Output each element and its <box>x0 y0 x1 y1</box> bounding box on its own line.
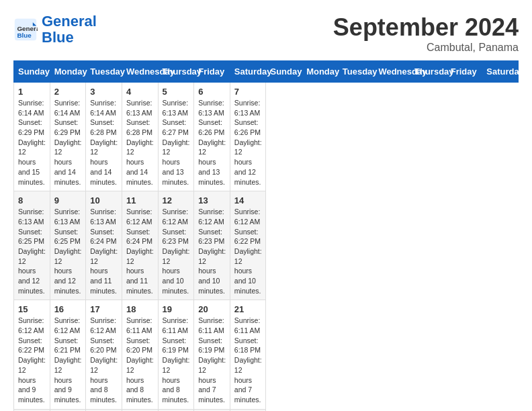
logo-text: General Blue <box>42 13 97 46</box>
day-number: 1 <box>18 87 46 97</box>
day-number: 4 <box>126 87 154 97</box>
calendar-cell: 6Sunrise: 6:13 AMSunset: 6:26 PMDaylight… <box>194 83 230 191</box>
header-thursday: Thursday <box>158 61 194 83</box>
header-sunday: Sunday <box>266 61 302 83</box>
header-wednesday: Wednesday <box>374 61 410 83</box>
calendar-table: SundayMondayTuesdayWednesdayThursdayFrid… <box>13 60 519 411</box>
day-number: 10 <box>90 195 118 205</box>
calendar-header-row: SundayMondayTuesdayWednesdayThursdayFrid… <box>14 61 519 83</box>
day-info: Sunrise: 6:11 AMSunset: 6:19 PMDaylight:… <box>163 316 190 404</box>
header-saturday: Saturday <box>230 61 266 83</box>
header-sunday: Sunday <box>14 61 50 83</box>
calendar-cell: 13Sunrise: 6:12 AMSunset: 6:23 PMDayligh… <box>194 191 230 300</box>
svg-text:Blue: Blue <box>17 32 32 39</box>
logo-icon: General Blue <box>13 17 38 42</box>
calendar-cell: 17Sunrise: 6:12 AMSunset: 6:20 PMDayligh… <box>86 300 122 409</box>
header-tuesday: Tuesday <box>86 61 122 83</box>
day-info: Sunrise: 6:13 AMSunset: 6:26 PMDaylight:… <box>234 98 262 187</box>
calendar-cell: 11Sunrise: 6:12 AMSunset: 6:24 PMDayligh… <box>122 191 158 300</box>
calendar-cell: 10Sunrise: 6:13 AMSunset: 6:24 PMDayligh… <box>86 191 122 300</box>
calendar-cell: 20Sunrise: 6:11 AMSunset: 6:19 PMDayligh… <box>194 300 230 409</box>
calendar-cell: 9Sunrise: 6:13 AMSunset: 6:25 PMDaylight… <box>50 191 86 300</box>
month-title: September 2024 <box>333 13 519 42</box>
calendar-cell: 16Sunrise: 6:12 AMSunset: 6:21 PMDayligh… <box>50 300 86 409</box>
day-number: 5 <box>163 87 190 97</box>
location-subtitle: Cambutal, Panama <box>333 42 519 54</box>
calendar-cell: 7Sunrise: 6:13 AMSunset: 6:26 PMDaylight… <box>230 83 266 191</box>
day-number: 18 <box>126 304 154 314</box>
day-info: Sunrise: 6:12 AMSunset: 6:22 PMDaylight:… <box>234 207 262 295</box>
calendar-cell: 18Sunrise: 6:11 AMSunset: 6:20 PMDayligh… <box>122 300 158 409</box>
calendar-cell: 19Sunrise: 6:11 AMSunset: 6:19 PMDayligh… <box>158 300 194 409</box>
calendar-cell: 4Sunrise: 6:13 AMSunset: 6:28 PMDaylight… <box>122 83 158 191</box>
day-number: 12 <box>163 195 190 205</box>
header-wednesday: Wednesday <box>122 61 158 83</box>
day-info: Sunrise: 6:13 AMSunset: 6:28 PMDaylight:… <box>126 98 154 187</box>
day-number: 2 <box>54 87 82 97</box>
day-info: Sunrise: 6:12 AMSunset: 6:23 PMDaylight:… <box>163 207 190 295</box>
day-number: 19 <box>163 304 190 314</box>
header-thursday: Thursday <box>410 61 447 83</box>
day-info: Sunrise: 6:12 AMSunset: 6:22 PMDaylight:… <box>18 316 46 404</box>
calendar-cell: 1Sunrise: 6:14 AMSunset: 6:29 PMDaylight… <box>14 83 50 191</box>
header-monday: Monday <box>50 61 86 83</box>
calendar-cell: 8Sunrise: 6:13 AMSunset: 6:25 PMDaylight… <box>14 191 50 300</box>
logo-general: General <box>42 13 97 30</box>
day-info: Sunrise: 6:12 AMSunset: 6:23 PMDaylight:… <box>198 207 226 295</box>
header-saturday: Saturday <box>482 61 519 83</box>
day-info: Sunrise: 6:12 AMSunset: 6:21 PMDaylight:… <box>54 316 82 404</box>
header-friday: Friday <box>446 61 482 83</box>
day-number: 15 <box>18 304 46 314</box>
calendar-cell: 3Sunrise: 6:14 AMSunset: 6:28 PMDaylight… <box>86 83 122 191</box>
calendar-cell: 5Sunrise: 6:13 AMSunset: 6:27 PMDaylight… <box>158 83 194 191</box>
day-info: Sunrise: 6:13 AMSunset: 6:24 PMDaylight:… <box>90 207 118 295</box>
day-info: Sunrise: 6:11 AMSunset: 6:18 PMDaylight:… <box>234 316 262 404</box>
title-section: September 2024 Cambutal, Panama <box>333 13 519 54</box>
day-number: 9 <box>54 195 82 205</box>
calendar-week-row: 8Sunrise: 6:13 AMSunset: 6:25 PMDaylight… <box>14 191 519 300</box>
logo: General Blue General Blue <box>13 13 97 46</box>
day-info: Sunrise: 6:12 AMSunset: 6:24 PMDaylight:… <box>126 207 154 295</box>
day-number: 14 <box>234 195 262 205</box>
calendar-cell: 2Sunrise: 6:14 AMSunset: 6:29 PMDaylight… <box>50 83 86 191</box>
day-info: Sunrise: 6:14 AMSunset: 6:29 PMDaylight:… <box>54 98 82 187</box>
day-info: Sunrise: 6:13 AMSunset: 6:25 PMDaylight:… <box>54 207 82 295</box>
day-info: Sunrise: 6:13 AMSunset: 6:27 PMDaylight:… <box>163 98 190 187</box>
header-friday: Friday <box>194 61 230 83</box>
day-number: 11 <box>126 195 154 205</box>
day-info: Sunrise: 6:13 AMSunset: 6:25 PMDaylight:… <box>18 207 46 295</box>
day-info: Sunrise: 6:13 AMSunset: 6:26 PMDaylight:… <box>198 98 226 187</box>
calendar-cell: 15Sunrise: 6:12 AMSunset: 6:22 PMDayligh… <box>14 300 50 409</box>
page-header: General Blue General Blue September 2024… <box>13 13 519 54</box>
day-info: Sunrise: 6:11 AMSunset: 6:20 PMDaylight:… <box>126 316 154 404</box>
day-number: 6 <box>198 87 226 97</box>
day-number: 17 <box>90 304 118 314</box>
header-tuesday: Tuesday <box>338 61 374 83</box>
day-number: 13 <box>198 195 226 205</box>
header-monday: Monday <box>302 61 339 83</box>
day-number: 20 <box>198 304 226 314</box>
calendar-week-row: 15Sunrise: 6:12 AMSunset: 6:22 PMDayligh… <box>14 300 519 409</box>
day-info: Sunrise: 6:14 AMSunset: 6:28 PMDaylight:… <box>90 98 118 187</box>
calendar-week-row: 1Sunrise: 6:14 AMSunset: 6:29 PMDaylight… <box>14 83 519 191</box>
day-info: Sunrise: 6:11 AMSunset: 6:19 PMDaylight:… <box>198 316 226 404</box>
day-info: Sunrise: 6:14 AMSunset: 6:29 PMDaylight:… <box>18 98 46 187</box>
day-number: 16 <box>54 304 82 314</box>
day-number: 7 <box>234 87 262 97</box>
calendar-cell: 12Sunrise: 6:12 AMSunset: 6:23 PMDayligh… <box>158 191 194 300</box>
calendar-cell: 21Sunrise: 6:11 AMSunset: 6:18 PMDayligh… <box>230 300 266 409</box>
day-number: 8 <box>18 195 46 205</box>
day-number: 3 <box>90 87 118 97</box>
day-info: Sunrise: 6:12 AMSunset: 6:20 PMDaylight:… <box>90 316 118 404</box>
day-number: 21 <box>234 304 262 314</box>
calendar-cell: 14Sunrise: 6:12 AMSunset: 6:22 PMDayligh… <box>230 191 266 300</box>
logo-blue: Blue <box>42 29 74 46</box>
